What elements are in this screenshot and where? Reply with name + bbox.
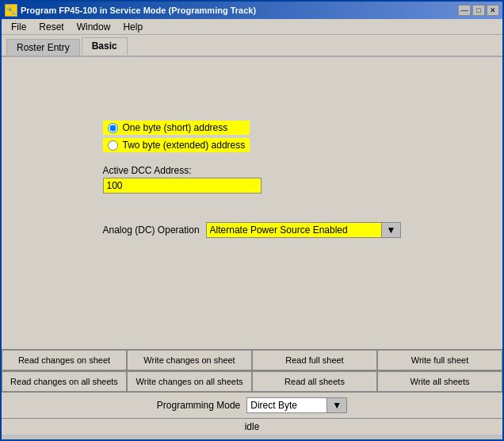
form-section: One byte (short) address Two byte (exten… xyxy=(103,121,402,238)
one-byte-radio-text: One byte (short) address xyxy=(123,122,228,133)
tab-basic[interactable]: Basic xyxy=(82,37,128,56)
menu-window[interactable]: Window xyxy=(71,20,117,34)
title-bar-left: 🔧 Program FP45-100 in Service Mode (Prog… xyxy=(5,4,256,17)
two-byte-radio-text: Two byte (extended) address xyxy=(123,140,246,151)
restore-button[interactable]: □ xyxy=(472,5,485,16)
menu-help[interactable]: Help xyxy=(116,20,149,34)
menu-bar: File Reset Window Help xyxy=(2,19,502,35)
write-changes-all-sheets-button[interactable]: Write changes on all sheets xyxy=(127,371,252,392)
analog-select[interactable]: Alternate Power Source Enabled Normal Op… xyxy=(207,223,381,237)
analog-section: Analog (DC) Operation Alternate Power So… xyxy=(103,222,402,238)
app-icon: 🔧 xyxy=(5,4,17,17)
read-full-sheet-button[interactable]: Read full sheet xyxy=(252,350,377,370)
read-changes-all-sheets-button[interactable]: Read changes on all sheets xyxy=(2,371,127,392)
prog-mode-label: Programming Mode xyxy=(157,400,240,411)
read-all-sheets-button[interactable]: Read all sheets xyxy=(252,371,377,392)
address-type-radio-group: One byte (short) address Two byte (exten… xyxy=(103,121,250,152)
menu-reset[interactable]: Reset xyxy=(32,20,70,34)
read-changes-sheet-button[interactable]: Read changes on sheet xyxy=(2,350,127,370)
write-full-sheet-button[interactable]: Write full sheet xyxy=(377,350,502,370)
analog-select-wrapper: Alternate Power Source Enabled Normal Op… xyxy=(206,222,402,238)
dcc-label: Active DCC Address: xyxy=(103,165,262,176)
tab-bar: Roster Entry Basic xyxy=(2,35,502,57)
dcc-section: Active DCC Address: xyxy=(103,165,262,194)
one-byte-radio-label[interactable]: One byte (short) address xyxy=(103,121,250,135)
close-button[interactable]: ✕ xyxy=(487,5,499,16)
one-byte-radio[interactable] xyxy=(108,123,118,133)
button-row-2: Read changes on all sheets Write changes… xyxy=(2,370,502,392)
programming-mode-row: Programming Mode Direct Byte Paged Regis… xyxy=(2,392,502,418)
status-bar: idle xyxy=(2,418,502,435)
title-buttons: — □ ✕ xyxy=(458,5,499,16)
two-byte-radio[interactable] xyxy=(108,140,118,151)
window-title: Program FP45-100 in Service Mode (Progra… xyxy=(21,6,256,15)
prog-mode-select-wrapper: Direct Byte Paged Register Address Only … xyxy=(246,397,347,413)
main-window: 🔧 Program FP45-100 in Service Mode (Prog… xyxy=(0,0,504,441)
prog-mode-select[interactable]: Direct Byte Paged Register Address Only xyxy=(247,398,326,412)
two-byte-radio-label[interactable]: Two byte (extended) address xyxy=(103,138,250,152)
status-text: idle xyxy=(245,421,260,432)
main-content: One byte (short) address Two byte (exten… xyxy=(2,57,502,349)
dcc-address-input[interactable] xyxy=(103,178,262,194)
prog-mode-dropdown-button[interactable]: ▼ xyxy=(326,398,346,412)
menu-file[interactable]: File xyxy=(5,20,32,34)
analog-label: Analog (DC) Operation xyxy=(103,224,200,236)
minimize-button[interactable]: — xyxy=(458,5,471,16)
button-row-1: Read changes on sheet Write changes on s… xyxy=(2,349,502,370)
analog-dropdown-button[interactable]: ▼ xyxy=(381,223,401,237)
write-changes-sheet-button[interactable]: Write changes on sheet xyxy=(127,350,252,370)
tab-roster-entry[interactable]: Roster Entry xyxy=(6,39,80,56)
write-all-sheets-button[interactable]: Write all sheets xyxy=(377,371,502,392)
title-bar: 🔧 Program FP45-100 in Service Mode (Prog… xyxy=(2,2,502,19)
